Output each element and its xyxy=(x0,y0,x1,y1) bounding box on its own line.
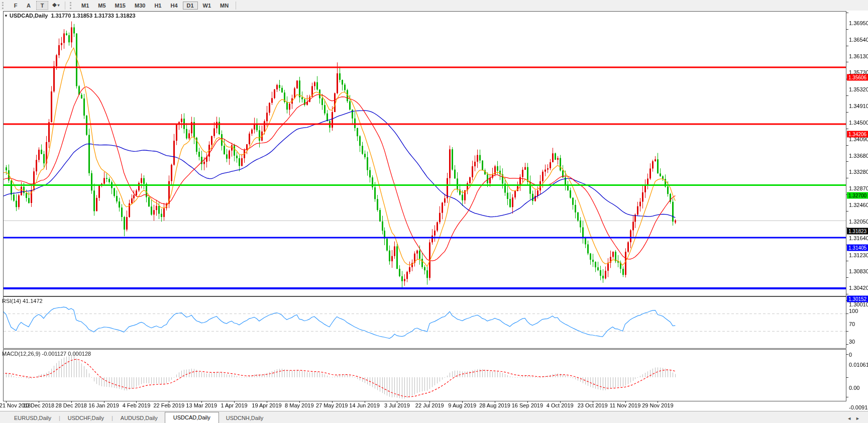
date-axis-label: 4 Feb 2019 xyxy=(123,402,151,408)
macd-axis-tick: 0.010615 xyxy=(849,362,868,368)
price-axis-tick: 1.32050 xyxy=(849,219,868,225)
chart-symbol-label: USDCAD,Daily xyxy=(10,13,48,19)
price-axis-tick: 1.30420 xyxy=(849,285,868,291)
chart-window: ▼ USDCAD,Daily 1.31770 1.31853 1.31733 1… xyxy=(0,11,868,411)
date-axis-label: 22 Jul 2019 xyxy=(415,402,444,408)
date-axis-label: 22 Feb 2019 xyxy=(153,402,184,408)
date-axis-label: 28 Aug 2019 xyxy=(479,402,510,408)
price-axis-tick: 1.30010 xyxy=(849,301,868,307)
price-axis-tick: 1.34500 xyxy=(849,120,868,126)
rsi-axis-tick: 100 xyxy=(849,308,858,314)
date-axis-label: 4 Oct 2019 xyxy=(547,402,574,408)
price-axis-tick: 1.32460 xyxy=(849,202,868,208)
date-axis-label: 14 Jun 2019 xyxy=(349,402,380,408)
price-axis-tick: 1.36950 xyxy=(849,20,868,26)
rsi-label: RSI(14) 41.1472 xyxy=(2,298,43,304)
price-line-label: 1.30152 xyxy=(847,295,868,302)
date-axis-label: 27 May 2019 xyxy=(316,402,348,408)
macd-label: MACD(12,26,9) -0.001127 0.000128 xyxy=(2,351,91,357)
price-line-label: 1.35606 xyxy=(847,74,868,81)
price-axis-tick: 1.31640 xyxy=(849,235,868,241)
rsi-axis-tick: 0 xyxy=(849,352,852,358)
macd-axis-tick: -0.009181 xyxy=(849,404,868,410)
rsi-axis-tick: 30 xyxy=(849,339,855,345)
price-line-label: 1.34206 xyxy=(847,131,868,138)
price-axis-tick: 1.36130 xyxy=(849,53,868,59)
price-line-label: 1.31405 xyxy=(847,245,868,251)
mt4-window: FAT❖▾ M1M5M15M30H1H4D1W1MN ▼ USDCAD,Dail… xyxy=(0,0,868,423)
date-axis-label: 13 Mar 2019 xyxy=(186,402,217,408)
rsi-axis-tick: 70 xyxy=(849,321,855,327)
date-axis-label: 9 Aug 2019 xyxy=(448,402,476,408)
current-price-label: 1.31823 xyxy=(847,228,868,234)
price-axis-tick: 1.36540 xyxy=(849,37,868,43)
price-axis-tick: 1.33680 xyxy=(849,153,868,159)
price-line-label: 1.32700 xyxy=(847,192,868,198)
price-axis-tick: 1.31230 xyxy=(849,252,868,258)
date-axis-label: 8 May 2019 xyxy=(285,402,313,408)
date-axis-label: 23 Oct 2019 xyxy=(578,402,608,408)
date-axis-label: 19 Apr 2019 xyxy=(252,402,281,408)
chart-title: ▼ USDCAD,Daily 1.31770 1.31853 1.31733 1… xyxy=(4,13,136,19)
date-axis-label: 11 Nov 2019 xyxy=(610,402,641,408)
date-axis-label: 16 Jan 2019 xyxy=(88,402,119,408)
date-axis-label: 29 Nov 2019 xyxy=(642,402,673,408)
macd-axis-tick: 0.00 xyxy=(849,385,859,391)
chart-canvas[interactable] xyxy=(0,0,868,423)
price-axis-tick: 1.33280 xyxy=(849,169,868,175)
price-axis-tick: 1.34910 xyxy=(849,103,868,109)
date-axis-label: 28 Dec 2018 xyxy=(56,402,87,408)
price-axis-tick: 1.32870 xyxy=(849,185,868,191)
date-axis-label: 10 Dec 2018 xyxy=(23,402,54,408)
chart-title-collapse-icon[interactable]: ▼ xyxy=(4,14,8,18)
chart-ohlc-values: 1.31770 1.31853 1.31733 1.31823 xyxy=(51,13,136,19)
date-axis-label: 3 Jul 2019 xyxy=(384,402,410,408)
price-axis-tick: 1.35320 xyxy=(849,86,868,92)
date-axis-label: 1 Apr 2019 xyxy=(221,402,247,408)
price-axis-tick: 1.30830 xyxy=(849,268,868,274)
date-axis-label: 16 Sep 2019 xyxy=(512,402,543,408)
